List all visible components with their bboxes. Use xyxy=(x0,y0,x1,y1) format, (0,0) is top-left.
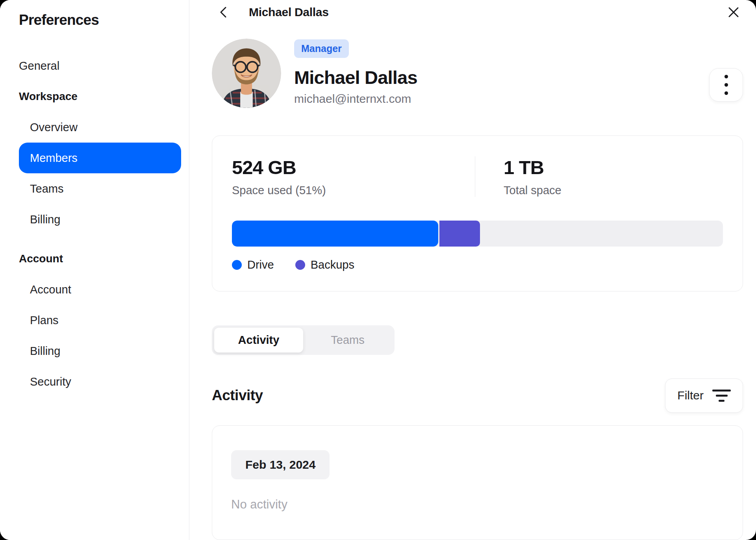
back-button[interactable] xyxy=(215,4,232,21)
profile-name: Michael Dallas xyxy=(294,67,417,88)
sidebar-title: Preferences xyxy=(19,12,181,28)
sidebar-section-account: Account xyxy=(19,243,181,274)
panel-header: Michael Dallas xyxy=(212,0,743,24)
total-space-stat: 1 TB Total space xyxy=(475,156,561,197)
no-activity-text: No activity xyxy=(231,497,724,512)
preferences-window: Preferences General Workspace Overview M… xyxy=(0,0,756,540)
sidebar-section-workspace: Workspace xyxy=(19,81,181,112)
total-space-label: Total space xyxy=(504,184,561,197)
activity-header: Activity Filter xyxy=(212,379,743,413)
legend-label-backups: Backups xyxy=(311,258,354,271)
sidebar-item-billing-workspace[interactable]: Billing xyxy=(19,204,181,235)
legend-label-drive: Drive xyxy=(247,258,274,271)
storage-usage-card: 524 GB Space used (51%) 1 TB Total space… xyxy=(212,135,743,291)
tab-activity[interactable]: Activity xyxy=(214,328,303,353)
chevron-left-icon xyxy=(217,6,230,19)
date-badge: Feb 13, 2024 xyxy=(231,450,330,479)
storage-progress-bar xyxy=(232,221,723,247)
filter-lines-icon xyxy=(712,390,731,402)
tab-teams[interactable]: Teams xyxy=(303,328,392,353)
filter-button[interactable]: Filter xyxy=(665,379,743,413)
avatar xyxy=(212,39,281,108)
filter-button-label: Filter xyxy=(677,389,704,402)
close-button[interactable] xyxy=(724,3,743,22)
sidebar-item-general[interactable]: General xyxy=(19,50,181,81)
total-space-value: 1 TB xyxy=(504,156,561,178)
profile-section: Manager Michael Dallas michael@internxt.… xyxy=(212,39,743,108)
space-used-stat: 524 GB Space used (51%) xyxy=(232,156,475,197)
sidebar-nav: General Workspace Overview Members Teams… xyxy=(19,50,181,397)
sidebar-item-teams[interactable]: Teams xyxy=(19,173,181,204)
x-icon xyxy=(727,6,740,19)
kebab-menu-icon xyxy=(724,75,728,95)
detail-tabs: Activity Teams xyxy=(212,325,395,355)
activity-log-card: Feb 13, 2024 No activity xyxy=(212,425,743,540)
sidebar: Preferences General Workspace Overview M… xyxy=(0,0,189,540)
progress-segment-backups xyxy=(439,221,480,247)
profile-info: Manager Michael Dallas michael@internxt.… xyxy=(294,39,417,108)
space-used-value: 524 GB xyxy=(232,156,475,178)
activity-heading: Activity xyxy=(212,387,263,404)
legend-item-backups: Backups xyxy=(295,258,354,271)
legend-item-drive: Drive xyxy=(232,258,274,271)
drive-dot-icon xyxy=(232,260,242,270)
sidebar-item-security[interactable]: Security xyxy=(19,366,181,397)
storage-stats: 524 GB Space used (51%) 1 TB Total space xyxy=(232,156,723,197)
role-badge: Manager xyxy=(294,39,349,58)
profile-email: michael@internxt.com xyxy=(294,92,417,106)
more-options-button[interactable] xyxy=(709,68,743,102)
sidebar-item-members[interactable]: Members xyxy=(19,143,181,173)
sidebar-item-account[interactable]: Account xyxy=(19,274,181,305)
progress-segment-drive xyxy=(232,221,438,247)
space-used-label: Space used (51%) xyxy=(232,184,475,197)
panel-title: Michael Dallas xyxy=(249,6,329,19)
sidebar-item-billing-account[interactable]: Billing xyxy=(19,336,181,366)
sidebar-item-plans[interactable]: Plans xyxy=(19,305,181,336)
sidebar-item-overview[interactable]: Overview xyxy=(19,112,181,143)
storage-legend: Drive Backups xyxy=(232,258,723,271)
backups-dot-icon xyxy=(295,260,305,270)
member-detail-panel: Michael Dallas xyxy=(189,0,756,540)
